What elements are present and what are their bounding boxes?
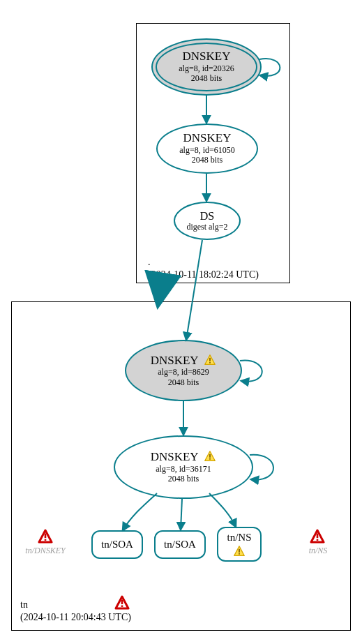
node-tn-soa-1[interactable]: tn/SOA bbox=[91, 530, 143, 559]
cluster-tn-ts: (2024-10-11 20:04:43 UTC) bbox=[20, 612, 131, 622]
dnskey2-title: DNSKEY bbox=[183, 132, 232, 145]
error-icon bbox=[38, 529, 53, 544]
warning-icon bbox=[204, 354, 216, 366]
dnskey2-bits: 2048 bits bbox=[192, 155, 223, 165]
node-dnskey-36171[interactable]: DNSKEY alg=8, id=36171 2048 bits bbox=[114, 435, 253, 499]
node-tn-soa-2[interactable]: tn/SOA bbox=[154, 530, 206, 559]
ds-digest: digest alg=2 bbox=[186, 222, 227, 232]
dnskey4-bits: 2048 bits bbox=[168, 474, 199, 484]
dnskey1-title: DNSKEY bbox=[183, 50, 231, 63]
dnskey2-alg: alg=8, id=61050 bbox=[179, 145, 235, 155]
dnskey1-bits: 2048 bits bbox=[191, 73, 222, 83]
warning-icon bbox=[233, 545, 246, 557]
cluster-root-name: . bbox=[148, 257, 151, 267]
error-icon bbox=[114, 595, 130, 611]
cluster-root-label: . (2024-10-11 18:02:24 UTC) bbox=[148, 256, 259, 281]
ds-title: DS bbox=[200, 210, 214, 223]
node-tn-ns[interactable]: tn/NS bbox=[217, 527, 262, 562]
dnskey4-alg: alg=8, id=36171 bbox=[156, 464, 211, 474]
dnskey3-title: DNSKEY bbox=[151, 354, 217, 368]
dnskey4-title: DNSKEY bbox=[151, 450, 217, 464]
leaf-ns-text: tn/NS bbox=[227, 532, 251, 544]
leaf-soa1-text: tn/SOA bbox=[101, 539, 133, 551]
node-ds[interactable]: DS digest alg=2 bbox=[174, 202, 241, 240]
leaf-soa2-text: tn/SOA bbox=[164, 539, 196, 551]
error-icon bbox=[310, 529, 325, 544]
cluster-tn-name: tn bbox=[20, 599, 28, 610]
ghost-tn-dnskey: tn/DNSKEY bbox=[21, 546, 70, 556]
dnskey4-title-text: DNSKEY bbox=[151, 450, 198, 463]
node-dnskey-61050[interactable]: DNSKEY alg=8, id=61050 2048 bits bbox=[156, 123, 258, 174]
cluster-root-ts: (2024-10-11 18:02:24 UTC) bbox=[148, 269, 259, 280]
node-dnskey-8629[interactable]: DNSKEY alg=8, id=8629 2048 bits bbox=[125, 340, 242, 401]
dnskey1-alg: alg=8, id=20326 bbox=[179, 63, 234, 73]
ghost-tn-ns: tn/NS bbox=[304, 546, 332, 556]
node-dnskey-20326[interactable]: DNSKEY alg=8, id=20326 2048 bits bbox=[151, 38, 262, 96]
dnskey3-alg: alg=8, id=8629 bbox=[158, 367, 209, 377]
dnskey3-title-text: DNSKEY bbox=[151, 354, 198, 367]
dnskey3-bits: 2048 bits bbox=[168, 377, 199, 387]
warning-icon bbox=[204, 450, 216, 463]
